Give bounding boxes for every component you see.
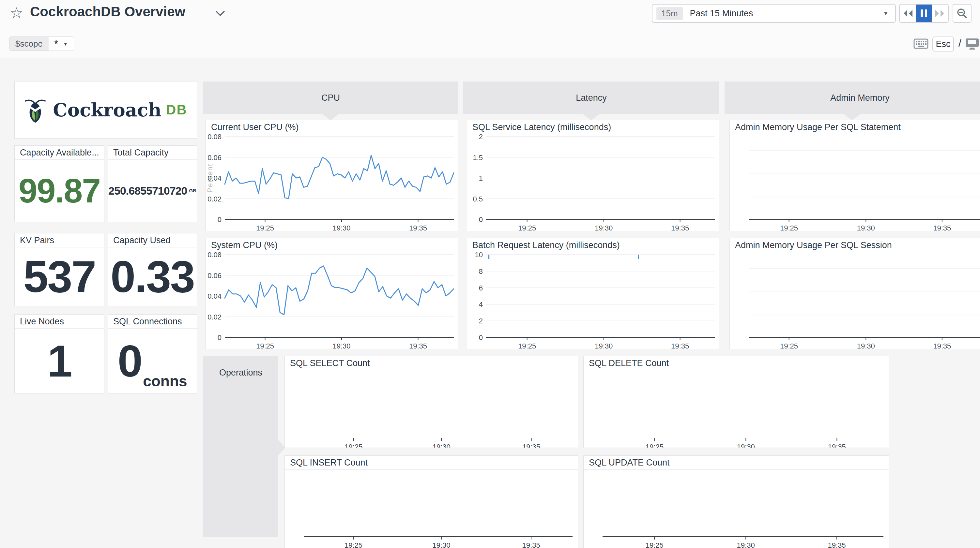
svg-text:0.06: 0.06 bbox=[207, 272, 221, 280]
stat-value: 99.87 bbox=[19, 174, 100, 208]
svg-text:19:25: 19:25 bbox=[646, 541, 663, 548]
group-header-admin-memory[interactable]: Admin Memory bbox=[725, 81, 980, 114]
svg-text:0.5: 0.5 bbox=[473, 195, 483, 203]
current-user-cpu-chart[interactable]: 00.020.040.060.0819:2519:3019:35Percent bbox=[206, 134, 458, 231]
svg-text:19:30: 19:30 bbox=[433, 443, 450, 448]
svg-text:19:30: 19:30 bbox=[857, 342, 875, 349]
time-range-picker[interactable]: 15m Past 15 Minutes ▼ bbox=[652, 4, 896, 23]
svg-text:6: 6 bbox=[479, 284, 483, 292]
svg-text:19:35: 19:35 bbox=[933, 224, 951, 231]
dashboard: ☆ CockroachDB Overview 15m Past 15 Minut… bbox=[0, 0, 980, 548]
svg-text:1.5: 1.5 bbox=[473, 154, 483, 162]
forward-button[interactable] bbox=[932, 5, 948, 22]
svg-text:8: 8 bbox=[479, 267, 483, 275]
svg-text:19:35: 19:35 bbox=[409, 224, 427, 231]
stat-title: SQL Connections bbox=[108, 315, 197, 329]
svg-text:19:35: 19:35 bbox=[409, 342, 427, 349]
svg-text:Percent: Percent bbox=[206, 163, 214, 193]
cockroachdb-logo-card[interactable]: Cockroach DB bbox=[14, 81, 197, 138]
svg-text:0.08: 0.08 bbox=[207, 252, 221, 259]
pause-button[interactable] bbox=[916, 5, 932, 22]
group-label: CPU bbox=[321, 93, 340, 103]
group-header-operations[interactable]: Operations bbox=[203, 356, 278, 537]
svg-text:19:30: 19:30 bbox=[595, 342, 612, 349]
svg-text:0.08: 0.08 bbox=[207, 134, 221, 141]
stat-title: Total Capacity bbox=[108, 146, 197, 160]
sql-insert-count-chart[interactable]: 19:2519:3019:35 bbox=[285, 469, 578, 548]
stat-value: 537 bbox=[23, 254, 95, 299]
chart-title: SQL UPDATE Count bbox=[584, 456, 889, 470]
chart-card-sql-service-latency: SQL Service Latency (milliseconds) 00.51… bbox=[467, 120, 719, 231]
svg-text:0.02: 0.02 bbox=[207, 313, 221, 321]
favorite-star-icon[interactable]: ☆ bbox=[10, 5, 23, 20]
group-label: Latency bbox=[576, 93, 607, 103]
stat-card-capacity-used[interactable]: Capacity Used 0.33 bbox=[108, 233, 197, 306]
stat-card-live-nodes[interactable]: Live Nodes 1 bbox=[14, 314, 104, 394]
svg-text:19:30: 19:30 bbox=[857, 224, 875, 231]
stat-card-total-capacity[interactable]: Total Capacity 250.6855710720 GB bbox=[108, 145, 197, 222]
tv-mode-icon[interactable] bbox=[965, 38, 979, 51]
latency-group-notch bbox=[583, 114, 599, 120]
chart-card-sql-update-count: SQL UPDATE Count 19:2519:3019:35 bbox=[583, 456, 889, 548]
stat-value: 1 bbox=[47, 338, 72, 383]
sql-delete-count-chart[interactable]: 19:2519:3019:35 bbox=[584, 370, 889, 448]
sql-update-count-chart[interactable]: 19:2519:3019:35 bbox=[584, 469, 889, 548]
dashboard-header: ☆ CockroachDB Overview 15m Past 15 Minut… bbox=[0, 0, 980, 58]
svg-text:0.02: 0.02 bbox=[207, 195, 221, 203]
chart-card-current-user-cpu: Current User CPU (%) 00.020.040.060.0819… bbox=[205, 120, 458, 231]
admin-memory-statement-chart[interactable]: 19:2519:3019:35 bbox=[730, 134, 980, 231]
chart-card-sql-insert-count: SQL INSERT Count 19:2519:3019:35 bbox=[285, 456, 578, 548]
chart-title: SQL Service Latency (milliseconds) bbox=[467, 120, 719, 134]
stat-card-capacity-available[interactable]: Capacity Available... 99.87 bbox=[14, 145, 104, 222]
logo-suffix: DB bbox=[166, 102, 187, 118]
svg-text:19:25: 19:25 bbox=[345, 541, 363, 548]
svg-text:19:30: 19:30 bbox=[595, 224, 612, 231]
operations-group-notch bbox=[278, 440, 285, 456]
svg-text:19:35: 19:35 bbox=[671, 224, 689, 231]
stat-title: Live Nodes bbox=[15, 315, 104, 329]
svg-text:19:25: 19:25 bbox=[646, 443, 663, 448]
svg-text:19:25: 19:25 bbox=[256, 342, 274, 349]
rewind-button[interactable] bbox=[900, 5, 916, 22]
time-range-caret-icon: ▼ bbox=[883, 10, 889, 17]
stat-value: 250.6855710720 bbox=[108, 185, 187, 196]
sql-service-latency-chart[interactable]: 00.511.5219:2519:3019:35 bbox=[467, 134, 719, 231]
svg-text:19:25: 19:25 bbox=[518, 224, 536, 231]
svg-text:19:30: 19:30 bbox=[737, 443, 755, 448]
stat-card-sql-connections[interactable]: SQL Connections 0 conns bbox=[108, 314, 197, 394]
group-header-latency[interactable]: Latency bbox=[463, 81, 719, 114]
chart-card-admin-memory-statement: Admin Memory Usage Per SQL Statement 19:… bbox=[729, 120, 980, 231]
esc-key-badge[interactable]: Esc bbox=[932, 37, 954, 51]
svg-text:1: 1 bbox=[479, 174, 483, 182]
stat-title: KV Pairs bbox=[15, 233, 104, 248]
time-controls bbox=[899, 4, 949, 23]
chart-title: Current User CPU (%) bbox=[206, 120, 458, 134]
chart-card-system-cpu: System CPU (%) 00.020.040.060.0819:2519:… bbox=[205, 238, 458, 349]
batch-request-latency-chart[interactable]: 024681019:2519:3019:35 bbox=[467, 252, 719, 349]
system-cpu-chart[interactable]: 00.020.040.060.0819:2519:3019:35 bbox=[206, 252, 458, 349]
zoom-out-button[interactable] bbox=[953, 4, 972, 23]
template-variable-caret-icon: ▼ bbox=[63, 41, 68, 47]
stat-value: 0.33 bbox=[111, 254, 194, 299]
stat-unit: conns bbox=[143, 373, 187, 389]
svg-text:2: 2 bbox=[479, 317, 483, 325]
admin-memory-group-notch bbox=[844, 114, 860, 120]
title-chevron-down-icon[interactable] bbox=[215, 10, 225, 18]
admin-memory-session-chart[interactable]: 19:2519:3019:35 bbox=[730, 252, 980, 349]
svg-text:19:35: 19:35 bbox=[522, 541, 540, 548]
keyboard-shortcuts-icon[interactable] bbox=[913, 38, 929, 50]
svg-text:19:30: 19:30 bbox=[332, 342, 350, 349]
svg-text:2: 2 bbox=[479, 134, 483, 141]
chart-title: Admin Memory Usage Per SQL Statement bbox=[730, 120, 980, 134]
svg-text:0: 0 bbox=[479, 334, 483, 342]
svg-text:19:35: 19:35 bbox=[933, 342, 951, 349]
chart-title: SQL DELETE Count bbox=[584, 356, 889, 370]
stat-unit: GB bbox=[189, 188, 196, 193]
group-header-cpu[interactable]: CPU bbox=[203, 81, 458, 114]
template-variable-scope[interactable]: $scope * ▼ bbox=[9, 37, 74, 51]
page-title: CockroachDB Overview bbox=[30, 4, 185, 19]
stat-card-kv-pairs[interactable]: KV Pairs 537 bbox=[14, 233, 104, 306]
sql-select-count-chart[interactable]: 19:2519:3019:35 bbox=[285, 370, 578, 448]
svg-text:0: 0 bbox=[479, 216, 483, 224]
chart-card-sql-select-count: SQL SELECT Count 19:2519:3019:35 bbox=[285, 356, 578, 448]
